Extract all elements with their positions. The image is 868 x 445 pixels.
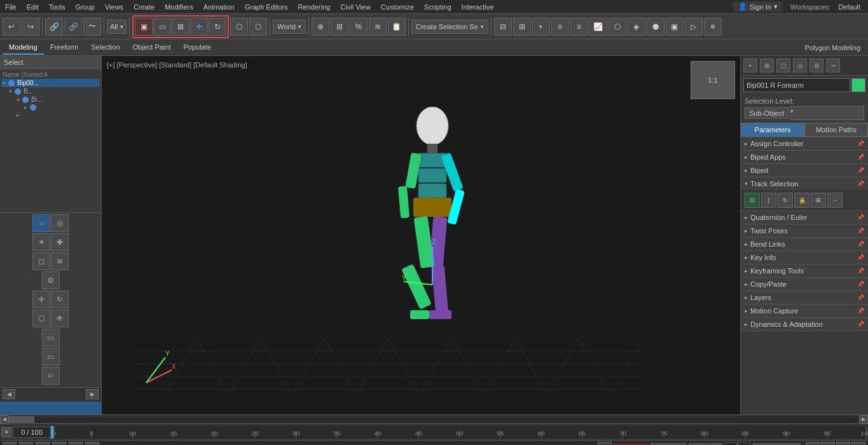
tree-item-3[interactable]: ▾ Bi...: [1, 95, 100, 104]
tab-parameters[interactable]: Parameters: [741, 123, 804, 137]
rotate-button[interactable]: ↻: [209, 18, 226, 36]
eye-tool[interactable]: 👁: [51, 310, 69, 327]
scale-tool2[interactable]: ⬡: [32, 310, 50, 327]
menu-edit[interactable]: Edit: [22, 2, 44, 12]
undo-button[interactable]: ↩: [3, 18, 20, 36]
menu-rendering[interactable]: Rendering: [293, 2, 336, 12]
accordion-header-keyframing[interactable]: ▸ Keyframing Tools 📌: [741, 264, 868, 277]
play-selected-button[interactable]: ▶|: [52, 442, 66, 446]
menu-animation[interactable]: Animation: [198, 2, 240, 12]
accordion-header-assign-controller[interactable]: ▸ Assign Controller 📌: [741, 137, 868, 150]
scroll-track[interactable]: [9, 416, 859, 423]
rp-icon-5[interactable]: ⚙: [809, 58, 823, 72]
object-name-field[interactable]: Bip001 R Forearm: [743, 78, 850, 92]
tree-item-4[interactable]: ▸: [1, 104, 100, 111]
tree-item-bip001[interactable]: ▾ Bip00...: [1, 79, 100, 87]
tab-motion-paths[interactable]: Motion Paths: [804, 123, 868, 137]
timeline-mini-btn1[interactable]: ≋: [1, 427, 11, 437]
key-filters-button[interactable]: Key Filters...: [753, 443, 801, 446]
panel-tool[interactable]: ▭: [42, 329, 60, 346]
menu-group[interactable]: Group: [70, 2, 100, 12]
align-button[interactable]: ⊞: [513, 18, 531, 36]
move-tool[interactable]: ✛: [32, 291, 50, 308]
render-quick-button[interactable]: ▷: [836, 442, 850, 446]
unlink-button[interactable]: 🔗: [64, 18, 82, 36]
move-button[interactable]: ✛: [190, 18, 208, 36]
accordion-header-motion-capture[interactable]: ▸ Motion Capture 📌: [741, 305, 868, 317]
tab-modeling[interactable]: Modeling: [3, 41, 44, 55]
menu-scripting[interactable]: Scripting: [419, 2, 457, 12]
rp-icon-3[interactable]: ⬡: [776, 58, 790, 72]
track-btn-lock[interactable]: 🔒: [794, 193, 809, 208]
snap-toggle[interactable]: ⊕: [312, 18, 329, 36]
tag-tool[interactable]: 🏷: [42, 367, 60, 385]
scroll-right[interactable]: ▶: [859, 415, 868, 424]
shape-tool[interactable]: ◻: [32, 252, 50, 270]
tab-populate[interactable]: Populate: [177, 41, 217, 55]
rotate-tool[interactable]: ↻: [51, 291, 69, 308]
timeline-counter[interactable]: 0 / 100: [13, 427, 51, 438]
timeline-track[interactable]: 0 5 10 15 20 25 30 35 40 45 50: [51, 426, 868, 439]
manage-layers[interactable]: ≡: [551, 18, 569, 36]
go-start-button[interactable]: |◀: [3, 442, 17, 446]
scale-button[interactable]: ⬡: [230, 18, 248, 36]
window-crossing-button[interactable]: ⊠: [172, 18, 189, 36]
scroll-thumb[interactable]: [9, 416, 34, 423]
edit-named-sel[interactable]: 📋: [388, 18, 406, 36]
light-tool[interactable]: ☀: [32, 233, 50, 251]
menu-civil-view[interactable]: Civil View: [335, 2, 375, 12]
menu-file[interactable]: File: [0, 2, 22, 12]
render-output[interactable]: ▷: [685, 18, 703, 36]
angle-snap[interactable]: ⊞: [331, 18, 348, 36]
sub-object-button[interactable]: Sub-Object: [745, 107, 789, 119]
rp-icon-2[interactable]: ⊞: [760, 58, 774, 72]
object-color-swatch[interactable]: [851, 78, 865, 92]
menu-create[interactable]: Create: [128, 2, 160, 12]
camera-tool[interactable]: ◎: [51, 214, 69, 232]
helper-tool[interactable]: ✚: [51, 233, 69, 251]
accordion-header-bend-links[interactable]: ▸ Bend Links 📌: [741, 238, 868, 250]
time-config-button[interactable]: ⚙: [806, 442, 820, 446]
go-end-button[interactable]: ▶|: [85, 442, 99, 446]
frame-input[interactable]: 0: [725, 442, 750, 446]
menu-modifiers[interactable]: Modifiers: [160, 2, 198, 12]
accordion-header-biped[interactable]: ▸ Biped 📌: [741, 164, 868, 177]
redo-button[interactable]: ↪: [22, 18, 39, 36]
create-selection-button[interactable]: Create Selection Se: [411, 20, 488, 34]
track-btn-com[interactable]: |: [761, 193, 776, 208]
track-btn-body[interactable]: ⊡: [745, 193, 760, 208]
sub-object-dropdown[interactable]: ▾: [790, 106, 864, 120]
menu-tools[interactable]: Tools: [44, 2, 71, 12]
world-dropdown[interactable]: World: [273, 20, 306, 34]
rp-icon-4[interactable]: ◎: [793, 58, 807, 72]
rp-icon-1[interactable]: +: [743, 58, 757, 72]
spinner-snap[interactable]: ≋: [369, 18, 387, 36]
render-setup[interactable]: ⬢: [647, 18, 665, 36]
panel-tool2[interactable]: ▭: [42, 348, 60, 366]
more-tools[interactable]: ⊕: [704, 18, 722, 36]
accordion-header-layers[interactable]: ▸ Layers 📌: [741, 291, 868, 304]
horizontal-scrollbar[interactable]: ◀ ▶: [0, 414, 868, 423]
workspaces-value[interactable]: Default: [836, 2, 863, 12]
scroll-left[interactable]: ◀: [0, 415, 9, 424]
select-region-button[interactable]: ▭: [153, 18, 171, 36]
prev-frame-button[interactable]: ◀: [19, 442, 33, 446]
tab-freeform[interactable]: Freeform: [44, 41, 85, 55]
manipulate-button[interactable]: ⬡: [249, 18, 267, 36]
accordion-header-track-selection[interactable]: ▾ Track Selection 📌: [741, 177, 868, 190]
tab-selection[interactable]: Selection: [85, 41, 126, 55]
viewport-config-button[interactable]: ⊕: [821, 442, 835, 446]
bind-space-warp[interactable]: 〜: [83, 18, 101, 36]
select-tool[interactable]: ○: [32, 214, 50, 232]
track-btn-move[interactable]: →: [827, 193, 843, 208]
view-cube[interactable]: 1:1: [691, 61, 735, 99]
menu-views[interactable]: Views: [100, 2, 128, 12]
filter-dropdown[interactable]: All: [107, 20, 127, 34]
add-key-button[interactable]: +: [598, 442, 612, 446]
set-key-button[interactable]: Set Key: [689, 443, 722, 446]
material-editor[interactable]: ◈: [628, 18, 645, 36]
accordion-header-twist-poses[interactable]: ▸ Twist Poses 📌: [741, 224, 868, 237]
tab-object-paint[interactable]: Object Paint: [127, 41, 177, 55]
curve-editor[interactable]: 📈: [589, 18, 607, 36]
render-anim-button[interactable]: ⊕: [851, 442, 865, 446]
